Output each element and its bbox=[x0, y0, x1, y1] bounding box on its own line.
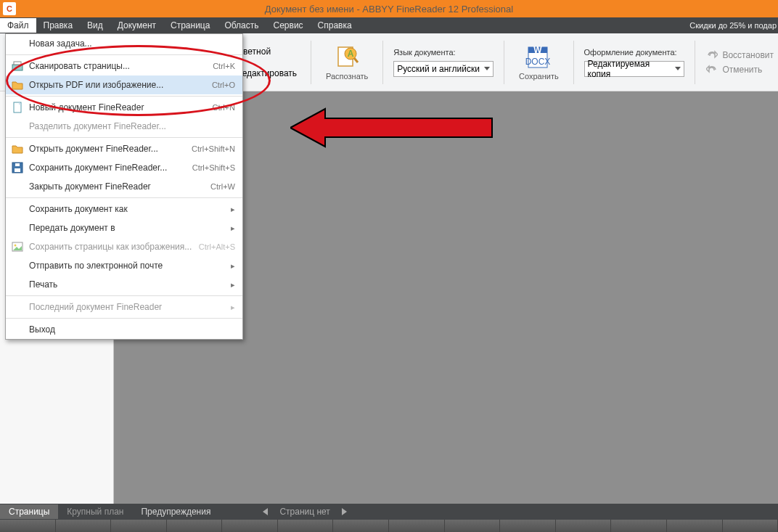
app-icon: C bbox=[3, 2, 16, 15]
svg-rect-14 bbox=[14, 62, 21, 65]
folder2-icon bbox=[12, 143, 23, 155]
menu-item-label: Разделить документ FineReader... bbox=[29, 121, 166, 131]
file-menu-dropdown: Новая задача...Сканировать страницы...Ct… bbox=[5, 33, 243, 340]
menu-item[interactable]: Закрыть документ FineReaderCtrl+W bbox=[6, 177, 242, 196]
menu-item[interactable]: Отправить по электронной почте▸ bbox=[6, 256, 242, 275]
word-doc-icon: WDOCX bbox=[525, 45, 550, 70]
chevron-down-icon bbox=[484, 67, 490, 70]
menu-item-label: Закрыть документ FineReader bbox=[29, 181, 151, 192]
status-tab-zoom[interactable]: Крупный план bbox=[58, 504, 132, 519]
svg-line-8 bbox=[354, 58, 358, 62]
menu-item-label: Печать bbox=[29, 279, 57, 290]
submenu-arrow-icon: ▸ bbox=[231, 205, 235, 214]
newdoc-icon bbox=[12, 102, 23, 113]
menu-help[interactable]: Справка bbox=[311, 18, 359, 33]
menu-service[interactable]: Сервис bbox=[266, 18, 311, 33]
menu-item-label: Выход bbox=[29, 324, 55, 335]
svg-rect-13 bbox=[12, 65, 22, 70]
shortcut: Ctrl+N bbox=[213, 103, 235, 112]
menu-item[interactable]: Передать документ в▸ bbox=[6, 218, 242, 237]
menu-item[interactable]: Новый документ FineReaderCtrl+N bbox=[6, 98, 242, 117]
menu-item-label: Сохранить страницы как изображения... bbox=[29, 242, 192, 252]
menu-item[interactable]: Сохранить документ как▸ bbox=[6, 200, 242, 218]
language-group: Язык документа: Русский и английски bbox=[393, 48, 494, 77]
menu-area[interactable]: Область bbox=[217, 18, 266, 33]
menu-item-label: Новая задача... bbox=[29, 38, 92, 49]
save-label: Сохранить bbox=[519, 72, 559, 81]
prev-page-icon[interactable] bbox=[263, 508, 268, 515]
separator bbox=[311, 41, 311, 84]
folder-icon bbox=[12, 79, 23, 91]
promo-text[interactable]: Скидки до 25% и подар bbox=[688, 21, 778, 30]
menu-item-label: Сканировать страницы... bbox=[29, 61, 130, 71]
restore-button[interactable]: Восстановит bbox=[706, 50, 774, 60]
shortcut: Ctrl+W bbox=[210, 182, 235, 191]
menu-document[interactable]: Документ bbox=[110, 18, 163, 33]
svg-rect-18 bbox=[15, 163, 20, 166]
magnifier-doc-icon: A bbox=[335, 45, 359, 70]
menu-item[interactable]: Открыть документ FineReader...Ctrl+Shift… bbox=[6, 139, 242, 158]
menu-item[interactable]: Сохранить документ FineReader...Ctrl+Shi… bbox=[6, 158, 242, 177]
recognize-label: Распознать bbox=[326, 72, 368, 81]
svg-text:DOCX: DOCX bbox=[525, 57, 550, 67]
pager: Страниц нет bbox=[263, 507, 346, 517]
menu-item: Сохранить страницы как изображения...Ctr… bbox=[6, 237, 242, 256]
separator bbox=[382, 41, 383, 84]
status-tab-warnings[interactable]: Предупреждения bbox=[132, 504, 219, 519]
menu-item-label: Открыть документ FineReader... bbox=[29, 144, 158, 154]
menu-page[interactable]: Страница bbox=[163, 18, 217, 33]
statusbar: Страницы Крупный план Предупреждения Стр… bbox=[0, 504, 778, 520]
separator bbox=[504, 41, 504, 84]
format-value: Редактируемая копия bbox=[588, 59, 675, 79]
submenu-arrow-icon: ▸ bbox=[231, 261, 235, 271]
undo-label: Отменить bbox=[722, 65, 762, 75]
scanner-icon bbox=[12, 60, 23, 72]
menu-item[interactable]: Печать▸ bbox=[6, 275, 242, 294]
format-select[interactable]: Редактируемая копия bbox=[584, 61, 684, 77]
menu-item-label: Последний документ FineReader bbox=[29, 302, 162, 312]
undo-redo-group: Восстановит Отменить bbox=[705, 47, 775, 78]
shortcut: Ctrl+Shift+S bbox=[192, 163, 235, 172]
status-tab-pages[interactable]: Страницы bbox=[0, 504, 58, 519]
menu-file[interactable]: Файл bbox=[0, 18, 36, 33]
menu-item-label: Открыть PDF или изображение... bbox=[29, 80, 163, 90]
menu-item: Последний документ FineReader▸ bbox=[6, 298, 242, 316]
svg-text:A: A bbox=[348, 49, 354, 59]
menu-item-label: Сохранить документ как bbox=[29, 204, 128, 214]
titlebar: C Документ без имени - ABBYY FineReader … bbox=[0, 0, 778, 17]
shortcut: Ctrl+Alt+S bbox=[199, 242, 235, 251]
menu-item[interactable]: Новая задача... bbox=[6, 34, 242, 53]
menu-item-label: Сохранить документ FineReader... bbox=[29, 163, 167, 173]
svg-point-20 bbox=[15, 245, 17, 247]
thumbnail-strip bbox=[0, 520, 778, 532]
image-icon bbox=[12, 241, 23, 253]
page-count: Страниц нет bbox=[279, 507, 329, 517]
submenu-arrow-icon: ▸ bbox=[231, 303, 235, 312]
menu-item-label: Передать документ в bbox=[29, 223, 115, 233]
submenu-arrow-icon: ▸ bbox=[231, 224, 235, 233]
language-label: Язык документа: bbox=[393, 48, 494, 57]
menu-item[interactable]: Выход bbox=[6, 320, 242, 339]
next-page-icon[interactable] bbox=[342, 508, 347, 515]
chevron-down-icon bbox=[675, 67, 681, 70]
menu-item: Разделить документ FineReader... bbox=[6, 117, 242, 136]
menu-item[interactable]: Открыть PDF или изображение...Ctrl+O bbox=[6, 75, 242, 94]
window-title: Документ без имени - ABBYY FineReader 12… bbox=[0, 4, 778, 15]
undo-arrow-icon bbox=[706, 65, 718, 75]
save-button[interactable]: WDOCX Сохранить bbox=[515, 41, 563, 83]
menu-item-label: Новый документ FineReader bbox=[29, 102, 144, 112]
shortcut: Ctrl+O bbox=[212, 81, 235, 89]
menu-view[interactable]: Вид bbox=[80, 18, 110, 33]
language-value: Русский и английски bbox=[397, 64, 480, 74]
menubar: Файл Правка Вид Документ Страница Област… bbox=[0, 17, 778, 33]
separator bbox=[695, 41, 695, 84]
menu-item-label: Отправить по электронной почте bbox=[29, 261, 163, 271]
recognize-button[interactable]: A Распознать bbox=[322, 41, 372, 83]
language-select[interactable]: Русский и английски bbox=[393, 61, 494, 77]
menu-edit[interactable]: Правка bbox=[36, 18, 81, 33]
shortcut: Ctrl+Shift+N bbox=[192, 144, 235, 153]
restore-label: Восстановит bbox=[722, 50, 774, 60]
disk-icon bbox=[12, 162, 23, 173]
menu-item[interactable]: Сканировать страницы...Ctrl+K bbox=[6, 57, 242, 75]
undo-button[interactable]: Отменить bbox=[706, 65, 774, 75]
